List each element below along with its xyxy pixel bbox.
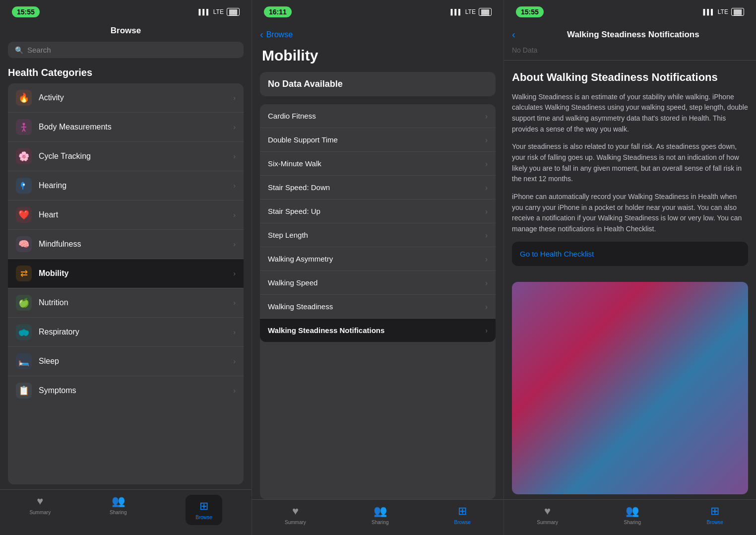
activity-icon: 🔥 — [16, 90, 32, 106]
sharing-label: Sharing — [110, 510, 126, 515]
status-bar-notif: 15:55 ▌▌▌ LTE ▓▓ — [504, 0, 756, 22]
category-list: 🔥 Activity › Body Measurements › 🌸 Cycle… — [8, 83, 244, 484]
mobility-item-cardio[interactable]: Cardio Fitness › — [260, 104, 496, 128]
category-item-nutrition[interactable]: 🍏 Nutrition › — [8, 288, 244, 318]
search-icon: 🔍 — [15, 46, 23, 54]
cycle-label: Cycle Tracking — [39, 152, 233, 161]
summary-icon-mob: ♥ — [292, 505, 299, 518]
heart-chevron: › — [233, 211, 236, 219]
mindfulness-chevron: › — [233, 240, 236, 248]
heart-label: Heart — [39, 210, 233, 219]
notif-back-nav: ‹ Walking Steadiness Notifications — [504, 22, 756, 43]
sharing-label-notif: Sharing — [624, 520, 640, 525]
status-bar-browse: 15:55 ▌▌▌ LTE ▓▓ — [0, 0, 252, 22]
about-title: About Walking Steadiness Notifications — [512, 70, 748, 85]
category-item-mobility[interactable]: ⇄ Mobility › — [8, 259, 244, 288]
sharing-icon-notif: 👥 — [626, 505, 639, 518]
steadiness-chevron: › — [485, 303, 488, 311]
cardio-chevron: › — [485, 112, 488, 120]
tab-browse-browse[interactable]: ⊞ Browse — [186, 495, 222, 525]
sharing-icon: 👥 — [112, 495, 125, 508]
mobility-back-nav: ‹ Browse — [252, 22, 504, 43]
cardio-label: Cardio Fitness — [268, 112, 316, 120]
tab-summary-browse[interactable]: ♥ Summary — [29, 495, 51, 525]
summary-label: Summary — [29, 510, 51, 515]
body-label: Body Measurements — [39, 123, 233, 132]
status-icons-browse: ▌▌▌ LTE ▓▓ — [198, 8, 240, 16]
step-label: Step Length — [268, 231, 308, 239]
mobility-item-stair-down[interactable]: Stair Speed: Down › — [260, 176, 496, 200]
svg-line-4 — [24, 129, 25, 132]
mobility-item-sixmin[interactable]: Six-Minute Walk › — [260, 152, 496, 176]
category-item-hearing[interactable]: Hearing › — [8, 171, 244, 201]
mobility-panel: 16:11 ▌▌▌ LTE ▓▓ ‹ Browse Mobility No Da… — [252, 0, 504, 535]
browse-tab-bar: ♥ Summary 👥 Sharing ⊞ Browse — [0, 489, 252, 535]
search-bar[interactable]: 🔍 Search — [8, 42, 244, 58]
respiratory-icon — [16, 324, 32, 340]
notif-page-title: Walking Steadiness Notifications — [518, 30, 748, 40]
tab-browse-notif[interactable]: ⊞ Browse — [706, 505, 723, 525]
back-label-mobility[interactable]: Browse — [266, 30, 293, 39]
browse-grid-icon: ⊞ — [199, 500, 208, 513]
about-paragraph-3: iPhone can automatically record your Wal… — [512, 192, 748, 235]
time-browse: 15:55 — [12, 6, 40, 17]
browse-label-notif: Browse — [706, 520, 723, 525]
stair-up-chevron: › — [485, 207, 488, 215]
summary-label-notif: Summary — [537, 520, 558, 525]
category-item-sleep[interactable]: 🛏️ Sleep › — [8, 347, 244, 376]
mobility-label: Mobility — [39, 269, 233, 278]
notifications-panel: 15:55 ▌▌▌ LTE ▓▓ ‹ Walking Steadiness No… — [504, 0, 756, 535]
tab-browse-mobility[interactable]: ⊞ Browse — [454, 505, 471, 525]
battery-mobility: ▓▓ — [479, 8, 492, 16]
svg-point-5 — [23, 184, 25, 186]
asym-label: Walking Asymmetry — [268, 255, 333, 263]
category-item-symptoms[interactable]: 📋 Symptoms › — [8, 376, 244, 405]
health-checklist-button[interactable]: Go to Health Checklist — [512, 242, 748, 266]
stair-up-label: Stair Speed: Up — [268, 207, 320, 215]
category-item-activity[interactable]: 🔥 Activity › — [8, 83, 244, 113]
no-data-banner: No Data Available — [260, 72, 496, 96]
category-item-heart[interactable]: ❤️ Heart › — [8, 201, 244, 230]
category-item-body[interactable]: Body Measurements › — [8, 113, 244, 142]
browse-icon-notif: ⊞ — [710, 505, 719, 518]
network-browse: LTE — [213, 8, 224, 15]
status-icons-notif: ▌▌▌ LTE ▓▓ — [703, 8, 744, 16]
mobility-list: Cardio Fitness › Double Support Time › S… — [260, 104, 496, 499]
mindfulness-label: Mindfulness — [39, 240, 233, 249]
mobility-tab-bar: ♥ Summary 👥 Sharing ⊞ Browse — [252, 499, 504, 535]
mobility-item-stair-up[interactable]: Stair Speed: Up › — [260, 200, 496, 223]
time-mobility: 16:11 — [264, 6, 292, 17]
tab-sharing-browse[interactable]: 👥 Sharing — [110, 495, 126, 525]
respiratory-label: Respiratory — [39, 328, 233, 336]
mobility-item-speed[interactable]: Walking Speed › — [260, 271, 496, 295]
symptoms-icon: 📋 — [16, 383, 32, 399]
mindfulness-icon: 🧠 — [16, 236, 32, 252]
cycle-icon: 🌸 — [16, 148, 32, 164]
hearing-label: Hearing — [39, 181, 233, 190]
mobility-item-notifications[interactable]: Walking Steadiness Notifications › — [260, 319, 496, 342]
signal-mobility: ▌▌▌ — [450, 9, 462, 15]
tab-summary-mobility[interactable]: ♥ Summary — [285, 505, 306, 525]
search-placeholder: Search — [27, 46, 51, 54]
nutrition-chevron: › — [233, 299, 236, 307]
tab-sharing-mobility[interactable]: 👥 Sharing — [372, 505, 388, 525]
about-section: About Walking Steadiness Notifications W… — [504, 61, 756, 282]
tab-summary-notif[interactable]: ♥ Summary — [537, 505, 558, 525]
network-notif: LTE — [718, 8, 728, 15]
mobility-item-step[interactable]: Step Length › — [260, 223, 496, 247]
mobility-item-asym[interactable]: Walking Asymmetry › — [260, 247, 496, 271]
browse-label-mob: Browse — [454, 520, 471, 525]
category-item-mindfulness[interactable]: 🧠 Mindfulness › — [8, 230, 244, 259]
mobility-item-double[interactable]: Double Support Time › — [260, 128, 496, 152]
heart-icon: ❤️ — [16, 207, 32, 223]
back-arrow-notif[interactable]: ‹ — [512, 29, 515, 40]
category-item-respiratory[interactable]: Respiratory › — [8, 318, 244, 347]
mobility-page-title: Mobility — [252, 43, 504, 69]
mobility-item-steadiness[interactable]: Walking Steadiness › — [260, 295, 496, 319]
double-label: Double Support Time — [268, 135, 338, 144]
back-arrow-mobility[interactable]: ‹ — [260, 29, 263, 40]
sleep-chevron: › — [233, 357, 236, 365]
category-item-cycle[interactable]: 🌸 Cycle Tracking › — [8, 142, 244, 171]
browse-title: Browse — [0, 22, 252, 39]
tab-sharing-notif[interactable]: 👥 Sharing — [624, 505, 640, 525]
